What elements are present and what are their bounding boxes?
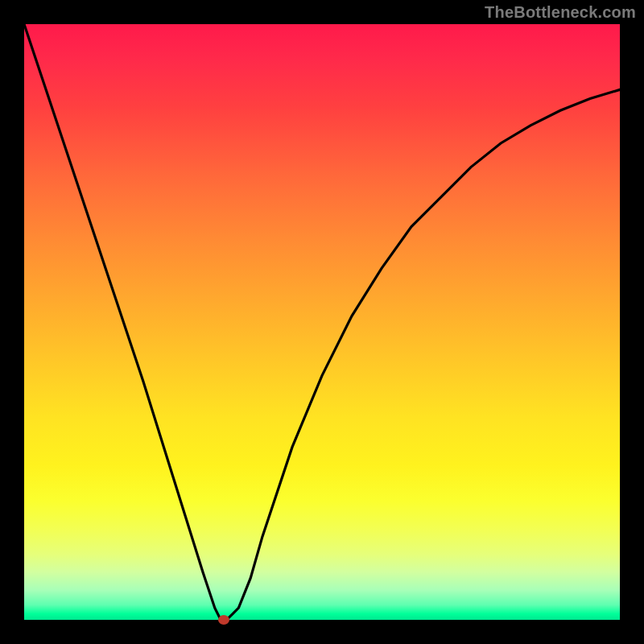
watermark-text: TheBottleneck.com (485, 3, 636, 22)
gradient-plot-area (24, 24, 620, 620)
chart-frame: TheBottleneck.com (0, 0, 644, 644)
optimal-point-marker (218, 615, 229, 625)
